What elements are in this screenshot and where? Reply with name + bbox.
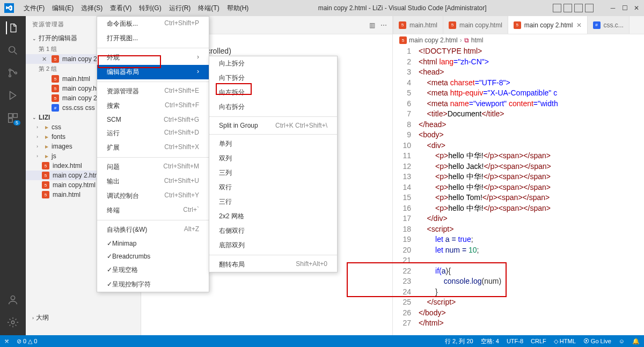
- tab-maincopy[interactable]: main copy.html: [443, 16, 508, 34]
- activity-search-icon[interactable]: [6, 44, 19, 57]
- svg-point-2: [9, 75, 11, 77]
- gutter: 1 2 3 4 5 6 7 8 9 10 11 12 13 14 15 16 1…: [393, 46, 419, 335]
- menu-help[interactable]: 帮助(H): [224, 2, 252, 15]
- activity-run-icon[interactable]: [6, 89, 19, 102]
- svg-point-3: [15, 72, 17, 74]
- html-icon: [52, 75, 59, 83]
- activity-scm-icon[interactable]: [6, 67, 19, 79]
- mi-two-row[interactable]: 双行: [209, 180, 337, 195]
- menu-go[interactable]: 转到(G): [136, 2, 164, 15]
- remote-indicator[interactable]: ⤧: [4, 338, 9, 345]
- menu-run[interactable]: 运行(R): [166, 2, 194, 15]
- html-icon: [42, 162, 49, 169]
- window-minimize[interactable]: ─: [610, 4, 616, 12]
- mi-flip[interactable]: 翻转布局Shift+Alt+0: [209, 257, 337, 272]
- mi-extensions[interactable]: 扩展Ctrl+Shift+X: [97, 141, 209, 155]
- mi-debug-console[interactable]: 调试控制台Ctrl+Shift+Y: [97, 189, 209, 203]
- mi-appearance[interactable]: 外观›: [97, 50, 209, 65]
- mi-scm[interactable]: SCMCtrl+Shift+G: [97, 113, 209, 126]
- tab-main[interactable]: main.html: [393, 16, 443, 34]
- activity-extensions-icon[interactable]: 5: [6, 112, 19, 124]
- html-icon: [52, 94, 59, 102]
- svg-point-8: [11, 321, 14, 324]
- status-golive[interactable]: ⦿ Go Live: [583, 338, 611, 344]
- window-maximize[interactable]: ☐: [621, 4, 628, 12]
- mi-open-view[interactable]: 打开视图...: [97, 31, 209, 46]
- mi-right-two[interactable]: 右侧双行: [209, 224, 337, 238]
- menu-file[interactable]: 文件(F): [20, 2, 48, 15]
- status-indent[interactable]: 空格: 4: [481, 337, 499, 345]
- mi-command-palette[interactable]: 命令面板...Ctrl+Shift+P: [97, 17, 209, 31]
- mi-three-col[interactable]: 三列: [209, 166, 337, 180]
- svg-rect-4: [9, 114, 12, 117]
- status-bar: ⤧ ⊘ 0 △ 0 行 2, 列 20 空格: 4 UTF-8 CRLF ◇ H…: [0, 335, 644, 347]
- minimap[interactable]: [371, 46, 392, 110]
- split-editor-icon[interactable]: ▥: [369, 21, 375, 29]
- menu-edit[interactable]: 编辑(E): [49, 2, 77, 15]
- vscode-icon: [4, 3, 14, 13]
- mi-editor-layout[interactable]: 编辑器布局›: [97, 65, 209, 79]
- mi-minimap[interactable]: ✓Minimap: [97, 237, 209, 250]
- code-editor-right[interactable]: 1 2 3 4 5 6 7 8 9 10 11 12 13 14 15 16 1…: [393, 46, 644, 335]
- view-menu-dropdown: 命令面板...Ctrl+Shift+P 打开视图... 外观› 编辑器布局› 资…: [97, 16, 209, 292]
- svg-rect-6: [9, 119, 12, 122]
- close-icon[interactable]: ✕: [576, 21, 582, 29]
- window-close[interactable]: ✕: [633, 4, 640, 12]
- status-bell-icon[interactable]: 🔔: [632, 338, 640, 345]
- more-icon[interactable]: ⋯: [380, 21, 387, 29]
- activity-settings-icon[interactable]: [6, 316, 19, 329]
- mi-grid[interactable]: 2x2 网格: [209, 209, 337, 224]
- breadcrumb-right[interactable]: main copy 2.html›⧉html: [393, 34, 644, 46]
- mi-search[interactable]: 搜索Ctrl+Shift+F: [97, 99, 209, 113]
- svg-rect-5: [13, 114, 17, 117]
- mi-three-row[interactable]: 三行: [209, 195, 337, 209]
- menu-selection[interactable]: 选择(S): [78, 2, 106, 15]
- tab-css[interactable]: css.c...: [588, 16, 630, 34]
- status-cursor[interactable]: 行 2, 列 20: [445, 337, 473, 345]
- menu-terminal[interactable]: 终端(T): [195, 2, 222, 15]
- mi-terminal[interactable]: 终端Ctrl+`: [97, 203, 209, 218]
- activity-bar: 5: [0, 16, 26, 335]
- mi-split-left[interactable]: 向左拆分: [209, 85, 337, 100]
- mi-split-right[interactable]: 向右拆分: [209, 100, 337, 114]
- title-bar: 文件(F) 编辑(E) 选择(S) 查看(V) 转到(G) 运行(R) 终端(T…: [0, 0, 644, 16]
- mi-single[interactable]: 单列: [209, 137, 337, 151]
- close-icon[interactable]: ✕: [42, 56, 48, 63]
- status-language[interactable]: ◇ HTML: [554, 338, 576, 345]
- html-icon: [42, 191, 49, 198]
- html-icon: [52, 55, 59, 63]
- layout-toggle-icons[interactable]: [553, 4, 594, 12]
- mi-split-in-group[interactable]: Split in GroupCtrl+K Ctrl+Shift+\: [209, 119, 337, 132]
- mi-split-up[interactable]: 向上拆分: [209, 56, 337, 71]
- html-icon: [42, 181, 49, 189]
- css-icon: [52, 104, 59, 112]
- mi-two-col[interactable]: 双列: [209, 151, 337, 166]
- activity-account-icon[interactable]: [6, 293, 19, 306]
- mi-word-wrap[interactable]: 自动换行(&W)Alt+Z: [97, 223, 209, 237]
- mi-run[interactable]: 运行Ctrl+Shift+D: [97, 126, 209, 141]
- mi-output[interactable]: 输出Ctrl+Shift+U: [97, 174, 209, 189]
- menu-bar: 文件(F) 编辑(E) 选择(S) 查看(V) 转到(G) 运行(R) 终端(T…: [20, 2, 252, 15]
- activity-explorer-icon[interactable]: [6, 21, 19, 34]
- status-problems[interactable]: ⊘ 0 △ 0: [17, 338, 37, 345]
- window-title: main copy 2.html - LiZi - Visual Studio …: [252, 4, 553, 12]
- html-icon: [42, 172, 49, 179]
- svg-point-0: [9, 47, 15, 53]
- outline-section[interactable]: ›大纲: [26, 312, 141, 323]
- mi-render-whitespace[interactable]: ✓呈现空格: [97, 263, 209, 277]
- mi-bottom-two[interactable]: 底部双列: [209, 238, 337, 253]
- editor-pane-right: main.html main copy.html main copy 2.htm…: [392, 16, 644, 335]
- editor-layout-submenu: 向上拆分 向下拆分 向左拆分 向右拆分 Split in GroupCtrl+K…: [209, 56, 338, 272]
- menu-view[interactable]: 查看(V): [107, 2, 135, 15]
- mi-problems[interactable]: 问题Ctrl+Shift+M: [97, 160, 209, 174]
- svg-point-7: [11, 296, 14, 300]
- html-icon: [52, 85, 59, 92]
- mi-breadcrumbs[interactable]: ✓Breadcrumbs: [97, 250, 209, 263]
- status-encoding[interactable]: UTF-8: [507, 338, 523, 344]
- tab-main2[interactable]: main copy 2.html✕: [508, 16, 588, 34]
- status-feedback-icon[interactable]: ☺: [619, 338, 625, 344]
- mi-render-control[interactable]: ✓呈现控制字符: [97, 277, 209, 292]
- mi-split-down[interactable]: 向下拆分: [209, 71, 337, 85]
- mi-explorer[interactable]: 资源管理器Ctrl+Shift+E: [97, 84, 209, 99]
- status-eol[interactable]: CRLF: [531, 338, 546, 344]
